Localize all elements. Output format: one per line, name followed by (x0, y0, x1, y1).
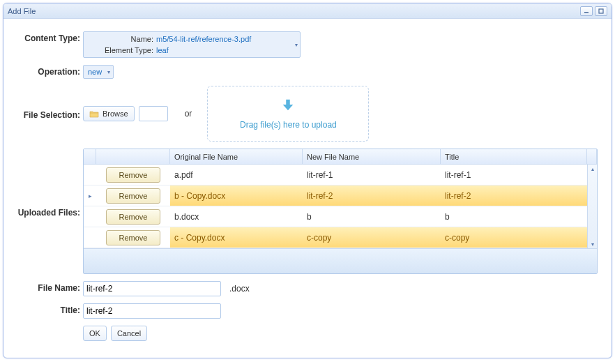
cell-title[interactable]: lit-ref-2 (441, 185, 587, 206)
uploaded-files-grid: Original File Name New File Name Title R… (83, 149, 598, 274)
ct-name-value: m5/54-lit-ref/reference-3.pdf (156, 33, 251, 45)
uploaded-files-row: Uploaded Files: Original File Name New F… (13, 149, 602, 274)
file-selection-label: File Selection: (13, 108, 83, 120)
row-caret-icon (84, 227, 96, 248)
operation-select[interactable]: new ▾ (83, 65, 114, 79)
operation-row: Operation: new ▾ (13, 65, 602, 79)
ct-elemtype-label: Element Type: (89, 45, 153, 56)
grid-header-newname[interactable]: New File Name (303, 149, 441, 164)
grid-header-original[interactable]: Original File Name (170, 149, 303, 164)
dialog-content: Content Type: Name: Element Type: m5/54-… (3, 19, 612, 358)
folder-icon (89, 110, 99, 118)
cell-original-file-name: a.pdf (170, 165, 303, 185)
cell-title[interactable]: lit-ref-1 (441, 165, 587, 185)
table-row[interactable]: Removeb.docxbb (84, 206, 587, 227)
cancel-button[interactable]: Cancel (111, 326, 147, 341)
table-row[interactable]: ▸Removeb - Copy.docxlit-ref-2lit-ref-2 (84, 185, 587, 206)
grid-footer (84, 248, 597, 273)
file-dropzone[interactable]: Drag file(s) here to upload (207, 86, 369, 142)
row-action-cell: Remove (96, 185, 170, 206)
cell-title[interactable]: c-copy (441, 227, 587, 248)
chevron-down-icon: ▾ (295, 42, 298, 48)
add-file-dialog: Add File Content Type: Name: Element Typ… (3, 3, 612, 358)
table-row[interactable]: Removec - Copy.docxc-copyc-copy (84, 227, 587, 248)
maximize-button[interactable] (595, 6, 607, 16)
ct-name-label: Name: (89, 33, 153, 45)
download-arrow-icon (280, 98, 296, 113)
content-type-select[interactable]: Name: Element Type: m5/54-lit-ref/refere… (83, 31, 301, 58)
grid-header-scrollbar (587, 149, 597, 164)
content-type-row: Content Type: Name: Element Type: m5/54-… (13, 31, 602, 58)
grid-header: Original File Name New File Name Title (84, 149, 597, 165)
browse-button-label: Browse (102, 109, 128, 118)
uploaded-files-label: Uploaded Files: (13, 206, 83, 218)
grid-header-title[interactable]: Title (441, 149, 587, 164)
scroll-down-icon[interactable]: ▾ (588, 240, 597, 248)
or-label: or (185, 109, 192, 119)
row-caret-icon: ▸ (84, 185, 96, 206)
file-ext-label: .docx (229, 284, 250, 294)
table-row[interactable]: Removea.pdflit-ref-1lit-ref-1 (84, 165, 587, 185)
title-label: Title: (13, 303, 83, 315)
ok-button[interactable]: OK (83, 326, 107, 341)
file-path-input[interactable] (139, 106, 168, 121)
ct-elemtype-value: leaf (156, 45, 251, 56)
row-action-cell: Remove (96, 206, 170, 227)
file-name-label: File Name: (13, 281, 83, 293)
cell-new-file-name[interactable]: b (303, 206, 441, 227)
action-buttons-row: OK Cancel (13, 326, 602, 341)
cell-original-file-name: c - Copy.docx (170, 227, 303, 248)
titlebar[interactable]: Add File (3, 3, 612, 19)
minimize-button[interactable] (580, 6, 593, 16)
operation-value: new (88, 68, 102, 76)
svg-rect-1 (599, 9, 603, 13)
cell-title[interactable]: b (441, 206, 587, 227)
file-name-row: File Name: .docx (13, 281, 602, 296)
scroll-up-icon[interactable]: ▴ (588, 165, 597, 173)
file-selection-row: File Selection: Browse or Drag file(s) h… (13, 86, 602, 142)
file-name-input[interactable] (83, 281, 221, 296)
remove-button[interactable]: Remove (106, 188, 160, 204)
row-action-cell: Remove (96, 165, 170, 185)
row-caret-icon (84, 165, 96, 185)
grid-scrollbar[interactable]: ▴ ▾ (587, 165, 597, 248)
grid-header-action[interactable] (96, 149, 170, 164)
minimize-icon (584, 8, 589, 14)
grid-body: Removea.pdflit-ref-1lit-ref-1▸Removeb - … (84, 165, 587, 248)
content-type-label: Content Type: (13, 31, 83, 43)
title-input[interactable] (83, 303, 221, 319)
operation-label: Operation: (13, 65, 83, 77)
browse-button[interactable]: Browse (83, 106, 135, 121)
window-title: Add File (8, 7, 36, 15)
dropzone-text: Drag file(s) here to upload (240, 120, 337, 130)
row-action-cell: Remove (96, 227, 170, 248)
cell-original-file-name: b - Copy.docx (170, 185, 303, 206)
maximize-icon (598, 8, 604, 14)
cell-new-file-name[interactable]: c-copy (303, 227, 441, 248)
remove-button[interactable]: Remove (106, 209, 160, 225)
remove-button[interactable]: Remove (106, 230, 160, 245)
title-row: Title: (13, 303, 602, 319)
chevron-down-icon: ▾ (107, 69, 110, 75)
remove-button[interactable]: Remove (106, 167, 160, 183)
svg-rect-0 (584, 12, 589, 13)
cell-new-file-name[interactable]: lit-ref-1 (303, 165, 441, 185)
cell-new-file-name[interactable]: lit-ref-2 (303, 185, 441, 206)
grid-header-caret[interactable] (84, 149, 96, 164)
row-caret-icon (84, 206, 96, 227)
cell-original-file-name: b.docx (170, 206, 303, 227)
